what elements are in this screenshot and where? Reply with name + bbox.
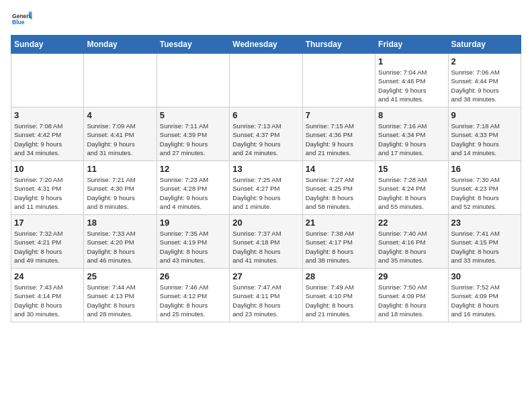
calendar-cell: 5Sunrise: 7:11 AM Sunset: 4:39 PM Daylig… — [157, 107, 229, 161]
day-info: Sunrise: 7:23 AM Sunset: 4:28 PM Dayligh… — [160, 175, 226, 211]
day-info: Sunrise: 7:20 AM Sunset: 4:31 PM Dayligh… — [14, 175, 81, 211]
day-info: Sunrise: 7:40 AM Sunset: 4:16 PM Dayligh… — [378, 229, 445, 265]
calendar-cell: 8Sunrise: 7:16 AM Sunset: 4:34 PM Daylig… — [375, 107, 448, 161]
day-number: 27 — [232, 271, 299, 281]
calendar-cell: 14Sunrise: 7:27 AM Sunset: 4:25 PM Dayli… — [302, 161, 375, 215]
day-number: 5 — [160, 110, 226, 120]
day-number: 19 — [160, 218, 226, 228]
calendar-cell: 13Sunrise: 7:25 AM Sunset: 4:27 PM Dayli… — [230, 161, 302, 215]
day-info: Sunrise: 7:35 AM Sunset: 4:19 PM Dayligh… — [160, 229, 226, 265]
weekday-header-saturday: Saturday — [448, 36, 521, 54]
calendar-cell: 20Sunrise: 7:37 AM Sunset: 4:18 PM Dayli… — [230, 215, 302, 269]
calendar-cell — [230, 54, 302, 107]
calendar-cell — [11, 54, 84, 107]
day-number: 30 — [451, 271, 518, 281]
calendar-cell: 12Sunrise: 7:23 AM Sunset: 4:28 PM Dayli… — [157, 161, 229, 215]
day-info: Sunrise: 7:11 AM Sunset: 4:39 PM Dayligh… — [160, 122, 226, 157]
day-info: Sunrise: 7:38 AM Sunset: 4:17 PM Dayligh… — [306, 229, 372, 265]
day-number: 20 — [232, 218, 299, 228]
calendar-cell: 18Sunrise: 7:33 AM Sunset: 4:20 PM Dayli… — [84, 215, 157, 269]
calendar-cell: 9Sunrise: 7:18 AM Sunset: 4:33 PM Daylig… — [448, 107, 521, 161]
day-number: 9 — [451, 110, 518, 120]
logo: General Blue — [11, 11, 32, 30]
day-info: Sunrise: 7:49 AM Sunset: 4:10 PM Dayligh… — [306, 283, 372, 318]
day-number: 15 — [378, 164, 445, 174]
day-info: Sunrise: 7:27 AM Sunset: 4:25 PM Dayligh… — [306, 175, 372, 211]
calendar-cell: 27Sunrise: 7:47 AM Sunset: 4:11 PM Dayli… — [230, 269, 302, 322]
day-number: 21 — [306, 218, 372, 228]
day-info: Sunrise: 7:52 AM Sunset: 4:09 PM Dayligh… — [451, 283, 518, 318]
calendar-cell: 19Sunrise: 7:35 AM Sunset: 4:19 PM Dayli… — [157, 215, 229, 269]
day-info: Sunrise: 7:32 AM Sunset: 4:21 PM Dayligh… — [14, 229, 81, 265]
day-info: Sunrise: 7:08 AM Sunset: 4:42 PM Dayligh… — [14, 122, 81, 157]
calendar-cell: 2Sunrise: 7:06 AM Sunset: 4:44 PM Daylig… — [448, 54, 521, 107]
calendar-week-row: 17Sunrise: 7:32 AM Sunset: 4:21 PM Dayli… — [11, 215, 521, 269]
calendar-cell: 3Sunrise: 7:08 AM Sunset: 4:42 PM Daylig… — [11, 107, 84, 161]
day-info: Sunrise: 7:13 AM Sunset: 4:37 PM Dayligh… — [232, 122, 299, 157]
day-number: 4 — [87, 110, 153, 120]
calendar-cell: 6Sunrise: 7:13 AM Sunset: 4:37 PM Daylig… — [230, 107, 302, 161]
calendar-cell: 29Sunrise: 7:50 AM Sunset: 4:09 PM Dayli… — [375, 269, 448, 322]
calendar-cell — [157, 54, 229, 107]
day-info: Sunrise: 7:09 AM Sunset: 4:41 PM Dayligh… — [87, 122, 153, 157]
day-info: Sunrise: 7:25 AM Sunset: 4:27 PM Dayligh… — [232, 175, 299, 211]
page-header: General Blue — [11, 11, 521, 30]
day-info: Sunrise: 7:41 AM Sunset: 4:15 PM Dayligh… — [451, 229, 518, 265]
day-number: 23 — [451, 218, 518, 228]
day-info: Sunrise: 7:33 AM Sunset: 4:20 PM Dayligh… — [87, 229, 153, 265]
day-number: 28 — [306, 271, 372, 281]
day-info: Sunrise: 7:46 AM Sunset: 4:12 PM Dayligh… — [160, 283, 226, 318]
day-info: Sunrise: 7:28 AM Sunset: 4:24 PM Dayligh… — [378, 175, 445, 211]
calendar-cell: 21Sunrise: 7:38 AM Sunset: 4:17 PM Dayli… — [302, 215, 375, 269]
calendar-week-row: 24Sunrise: 7:43 AM Sunset: 4:14 PM Dayli… — [11, 269, 521, 322]
day-info: Sunrise: 7:30 AM Sunset: 4:23 PM Dayligh… — [451, 175, 518, 211]
calendar-cell — [302, 54, 375, 107]
calendar-cell: 30Sunrise: 7:52 AM Sunset: 4:09 PM Dayli… — [448, 269, 521, 322]
weekday-header-row: SundayMondayTuesdayWednesdayThursdayFrid… — [11, 36, 521, 54]
day-number: 2 — [451, 56, 518, 66]
day-number: 14 — [306, 164, 372, 174]
day-info: Sunrise: 7:18 AM Sunset: 4:33 PM Dayligh… — [451, 122, 518, 157]
calendar-cell: 24Sunrise: 7:43 AM Sunset: 4:14 PM Dayli… — [11, 269, 84, 322]
day-info: Sunrise: 7:15 AM Sunset: 4:36 PM Dayligh… — [306, 122, 372, 157]
day-number: 3 — [14, 110, 81, 120]
weekday-header-monday: Monday — [84, 36, 157, 54]
weekday-header-tuesday: Tuesday — [157, 36, 229, 54]
day-number: 12 — [160, 164, 226, 174]
day-info: Sunrise: 7:37 AM Sunset: 4:18 PM Dayligh… — [232, 229, 299, 265]
calendar-cell: 1Sunrise: 7:04 AM Sunset: 4:46 PM Daylig… — [375, 54, 448, 107]
calendar-cell: 16Sunrise: 7:30 AM Sunset: 4:23 PM Dayli… — [448, 161, 521, 215]
day-number: 7 — [306, 110, 372, 120]
calendar-week-row: 1Sunrise: 7:04 AM Sunset: 4:46 PM Daylig… — [11, 54, 521, 107]
calendar-cell: 10Sunrise: 7:20 AM Sunset: 4:31 PM Dayli… — [11, 161, 84, 215]
day-number: 25 — [87, 271, 153, 281]
day-number: 11 — [87, 164, 153, 174]
svg-text:Blue: Blue — [12, 19, 25, 26]
day-info: Sunrise: 7:44 AM Sunset: 4:13 PM Dayligh… — [87, 283, 153, 318]
day-info: Sunrise: 7:21 AM Sunset: 4:30 PM Dayligh… — [87, 175, 153, 211]
weekday-header-wednesday: Wednesday — [230, 36, 302, 54]
day-info: Sunrise: 7:47 AM Sunset: 4:11 PM Dayligh… — [232, 283, 299, 318]
day-number: 24 — [14, 271, 81, 281]
weekday-header-sunday: Sunday — [11, 36, 84, 54]
calendar-cell: 11Sunrise: 7:21 AM Sunset: 4:30 PM Dayli… — [84, 161, 157, 215]
day-number: 26 — [160, 271, 226, 281]
calendar-cell: 25Sunrise: 7:44 AM Sunset: 4:13 PM Dayli… — [84, 269, 157, 322]
calendar-cell: 4Sunrise: 7:09 AM Sunset: 4:41 PM Daylig… — [84, 107, 157, 161]
day-info: Sunrise: 7:43 AM Sunset: 4:14 PM Dayligh… — [14, 283, 81, 318]
day-number: 18 — [87, 218, 153, 228]
weekday-header-thursday: Thursday — [302, 36, 375, 54]
calendar-cell: 28Sunrise: 7:49 AM Sunset: 4:10 PM Dayli… — [302, 269, 375, 322]
day-info: Sunrise: 7:50 AM Sunset: 4:09 PM Dayligh… — [378, 283, 445, 318]
day-info: Sunrise: 7:16 AM Sunset: 4:34 PM Dayligh… — [378, 122, 445, 157]
day-number: 29 — [378, 271, 445, 281]
calendar-table: SundayMondayTuesdayWednesdayThursdayFrid… — [11, 35, 521, 322]
calendar-cell: 23Sunrise: 7:41 AM Sunset: 4:15 PM Dayli… — [448, 215, 521, 269]
weekday-header-friday: Friday — [375, 36, 448, 54]
day-number: 16 — [451, 164, 518, 174]
day-number: 17 — [14, 218, 81, 228]
logo-icon: General Blue — [11, 11, 32, 30]
calendar-cell — [84, 54, 157, 107]
day-number: 8 — [378, 110, 445, 120]
day-number: 13 — [232, 164, 299, 174]
